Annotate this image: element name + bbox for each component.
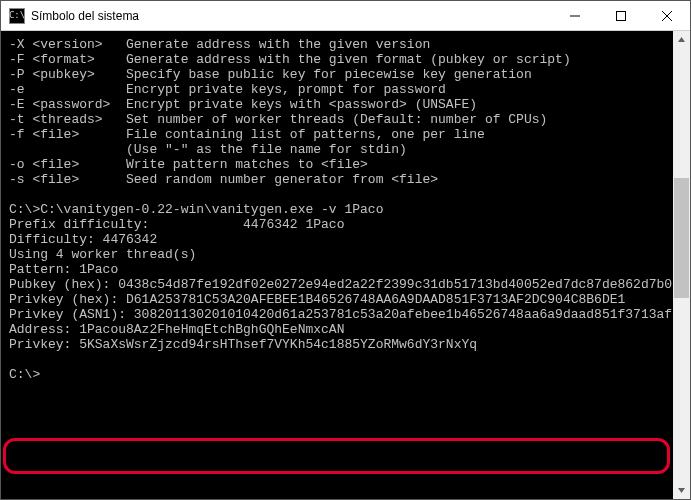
- close-button[interactable]: [644, 1, 690, 30]
- titlebar: C:\ Símbolo del sistema: [1, 1, 690, 31]
- svg-marker-5: [678, 488, 685, 493]
- svg-marker-4: [678, 37, 685, 42]
- scrollbar[interactable]: [673, 31, 690, 499]
- terminal-content: -X <version> Generate address with the g…: [1, 31, 673, 499]
- terminal[interactable]: -X <version> Generate address with the g…: [1, 31, 690, 499]
- scroll-down-button[interactable]: [673, 482, 690, 499]
- maximize-button[interactable]: [598, 1, 644, 30]
- scroll-up-button[interactable]: [673, 31, 690, 48]
- scroll-track[interactable]: [673, 48, 690, 482]
- svg-rect-1: [617, 11, 626, 20]
- scroll-thumb[interactable]: [674, 178, 689, 298]
- minimize-button[interactable]: [552, 1, 598, 30]
- window-title: Símbolo del sistema: [31, 9, 552, 23]
- cmd-icon: C:\: [9, 8, 25, 24]
